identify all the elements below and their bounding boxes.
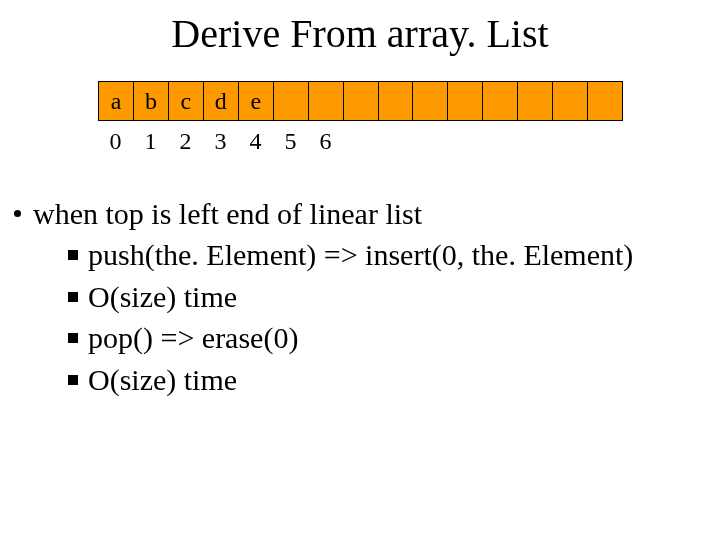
array-index — [588, 127, 623, 155]
array-index: 4 — [238, 127, 273, 155]
array-cell — [518, 82, 553, 120]
list-item: O(size) time — [68, 359, 720, 400]
array-cell — [588, 82, 622, 120]
array-index: 2 — [168, 127, 203, 155]
array-index — [343, 127, 378, 155]
array-cell — [344, 82, 379, 120]
array-index — [378, 127, 413, 155]
sub-list: push(the. Element) => insert(0, the. Ele… — [68, 234, 720, 400]
array-index: 0 — [98, 127, 133, 155]
array-cell: e — [239, 82, 274, 120]
array-cell — [553, 82, 588, 120]
sub-text: O(size) time — [88, 359, 237, 400]
list-item: pop() => erase(0) — [68, 317, 720, 358]
bullet-item: when top is left end of linear list — [14, 193, 720, 234]
array-cell: d — [204, 82, 239, 120]
array-cell: b — [134, 82, 169, 120]
bullet-dot-icon — [14, 210, 21, 217]
array-index — [518, 127, 553, 155]
array-cell: a — [99, 82, 134, 120]
array-index-row: 0 1 2 3 4 5 6 — [98, 127, 623, 155]
array-index: 1 — [133, 127, 168, 155]
square-bullet-icon — [68, 375, 78, 385]
body-content: when top is left end of linear list push… — [14, 193, 720, 400]
array-cell — [274, 82, 309, 120]
slide-title: Derive From array. List — [0, 10, 720, 57]
array-index — [448, 127, 483, 155]
sub-text: O(size) time — [88, 276, 237, 317]
sub-text: push(the. Element) => insert(0, the. Ele… — [88, 234, 633, 275]
array-index — [553, 127, 588, 155]
bullet-text: when top is left end of linear list — [33, 193, 422, 234]
array-cells-row: a b c d e — [98, 81, 623, 121]
array-cell — [413, 82, 448, 120]
array-cell: c — [169, 82, 204, 120]
array-index: 6 — [308, 127, 343, 155]
sub-text: pop() => erase(0) — [88, 317, 298, 358]
array-cell — [448, 82, 483, 120]
list-item: push(the. Element) => insert(0, the. Ele… — [68, 234, 720, 275]
square-bullet-icon — [68, 292, 78, 302]
array-index: 5 — [273, 127, 308, 155]
array-cell — [379, 82, 414, 120]
square-bullet-icon — [68, 333, 78, 343]
array-diagram: a b c d e 0 1 2 3 4 5 6 — [98, 81, 623, 155]
array-index — [413, 127, 448, 155]
array-cell — [483, 82, 518, 120]
array-cell — [309, 82, 344, 120]
array-index — [483, 127, 518, 155]
list-item: O(size) time — [68, 276, 720, 317]
square-bullet-icon — [68, 250, 78, 260]
array-index: 3 — [203, 127, 238, 155]
